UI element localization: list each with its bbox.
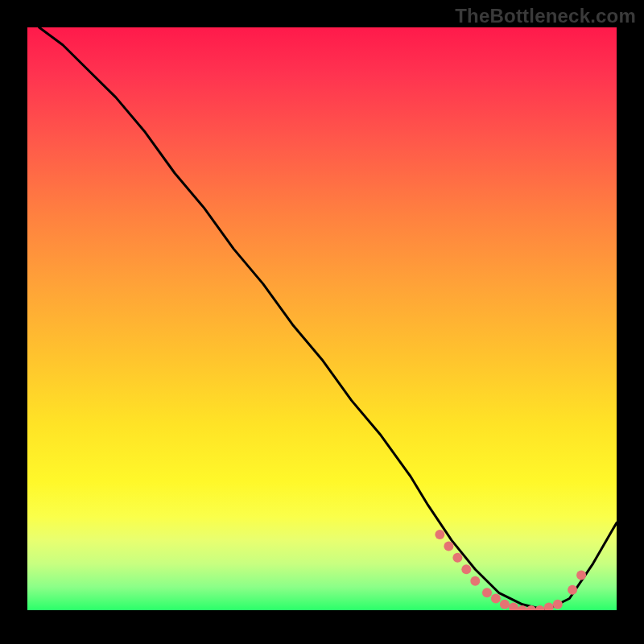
highlight-dot xyxy=(535,605,545,610)
highlight-dot xyxy=(482,588,492,597)
highlight-dot xyxy=(526,605,536,610)
highlight-dot xyxy=(444,541,453,551)
highlight-dot xyxy=(544,602,554,610)
bottleneck-curve-path xyxy=(39,27,617,610)
bottleneck-curve xyxy=(39,27,617,610)
highlight-dot xyxy=(518,605,527,610)
plot-area xyxy=(27,27,617,610)
highlight-dot xyxy=(491,594,501,604)
highlight-dot xyxy=(435,530,444,539)
highlight-dot xyxy=(461,564,471,574)
curve-layer xyxy=(27,27,617,610)
highlight-dots xyxy=(435,530,586,610)
highlight-dot xyxy=(576,571,586,580)
highlight-dot xyxy=(452,553,462,563)
highlight-dot xyxy=(509,602,518,610)
watermark-text: TheBottleneck.com xyxy=(455,5,636,27)
chart-container: TheBottleneck.com xyxy=(0,0,644,644)
highlight-dot xyxy=(568,585,577,595)
highlight-dot xyxy=(553,600,563,609)
highlight-dot xyxy=(470,576,480,586)
highlight-dot xyxy=(500,600,510,609)
